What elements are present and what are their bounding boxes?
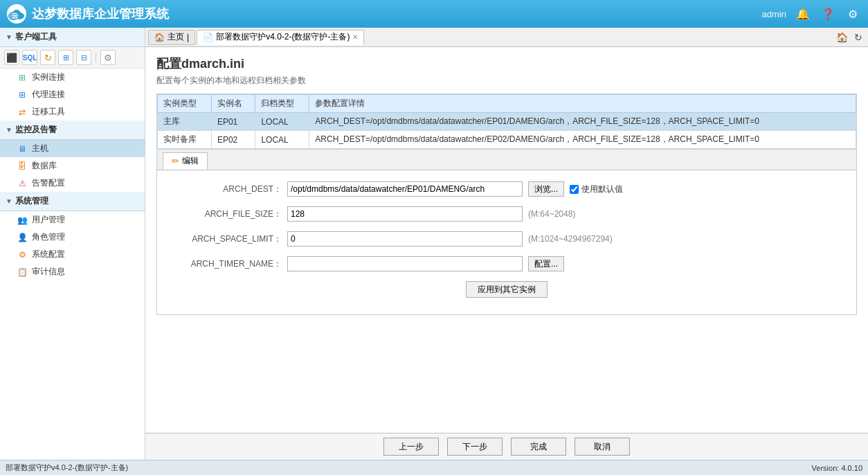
tab-deploy[interactable]: 📄 部署数据守护v4.0-2-(数据守护-主备) ✕ (197, 30, 364, 45)
expand-arrow-client: ▼ (6, 33, 12, 41)
tab-bar-actions: 🏠 ↻ (835, 30, 865, 44)
migrate-icon: ⇄ (17, 107, 28, 118)
cell-arch_type-1: LOCAL (255, 131, 309, 149)
cell-detail-0: ARCH_DEST=/opt/dmdbms/data/datawatcher/E… (309, 113, 856, 131)
statusbar-left: 部署数据守护v4.0-2-(数据守护-主备) (6, 463, 128, 473)
table-section: 实例类型 实例名 归档类型 参数配置详情 主库EP01LOCALARCH_DES… (156, 93, 857, 150)
table-row[interactable]: 实时备库EP02LOCALARCH_DEST=/opt/dmdbms/data/… (158, 131, 856, 149)
deploy-tab-label: 部署数据守护v4.0-2-(数据守护-主备) (216, 31, 350, 43)
sidebar-item-database[interactable]: 🗄 数据库 (0, 157, 145, 174)
arch-timer-name-label: ARCH_TIMER_NAME： (171, 258, 282, 270)
arch-timer-name-input[interactable] (287, 256, 523, 271)
edit-panel-tabs: ✏ 编辑 (157, 150, 856, 170)
arch-space-limit-input[interactable] (287, 231, 523, 247)
finish-btn[interactable]: 完成 (511, 438, 566, 456)
arch-file-size-input[interactable] (287, 206, 523, 222)
apply-to-others-btn[interactable]: 应用到其它实例 (466, 281, 548, 298)
apply-btn-row: 应用到其它实例 (171, 281, 842, 298)
prev-btn[interactable]: 上一步 (383, 438, 439, 456)
arch-space-limit-row: ARCH_SPACE_LIMIT： (M:1024~4294967294) (171, 231, 842, 247)
toolbar-btn-gear[interactable]: ⚙ (100, 50, 116, 65)
table-row[interactable]: 主库EP01LOCALARCH_DEST=/opt/dmdbms/data/da… (158, 113, 856, 131)
sidebar: ▼ 客户端工具 ⬛ SQL ↻ ⊞ ⊟ ⚙ ⊞ (0, 28, 145, 460)
sidebar-item-user-manage[interactable]: 👥 用户管理 (0, 211, 145, 228)
app-logo: 云 (7, 4, 26, 24)
settings-icon[interactable]: ⚙ (844, 6, 861, 22)
arch-timer-name-row: ARCH_TIMER_NAME： 配置... (171, 256, 842, 271)
sidebar-item-instance-connect[interactable]: ⊞ 实例连接 (0, 69, 145, 86)
proxy-connect-icon: ⊞ (17, 89, 28, 100)
tab-refresh-btn[interactable]: ↻ (851, 30, 865, 44)
audit-label: 审计信息 (32, 266, 65, 278)
expand-icon: ⊞ (63, 53, 69, 62)
topbar: 云 达梦数据库企业管理系统 admin 🔔 ❓ ⚙ (0, 0, 868, 28)
toolbar-divider (96, 53, 96, 62)
edit-tab[interactable]: ✏ 编辑 (163, 152, 208, 170)
help-icon[interactable]: ❓ (820, 6, 836, 22)
client-tools-label: 客户端工具 (15, 31, 57, 43)
alert-config-label: 告警配置 (32, 177, 65, 189)
refresh-icon: ↻ (44, 53, 52, 63)
toolbar-btn-expand[interactable]: ⊞ (58, 50, 73, 65)
table-body: 主库EP01LOCALARCH_DEST=/opt/dmdbms/data/da… (158, 113, 856, 149)
arch-dest-browse-btn[interactable]: 浏览... (528, 181, 564, 197)
toolbar-btn-sql[interactable]: SQL (22, 50, 37, 65)
sidebar-section-system[interactable]: ▼ 系统管理 (0, 192, 145, 211)
page-subtitle: 配置每个实例的本地和远程归档相关参数 (156, 75, 857, 87)
topbar-left: 云 达梦数据库企业管理系统 (7, 4, 169, 24)
edit-content: ARCH_DEST： 浏览... 使用默认值 ARCH_FILE_SIZE： (… (157, 170, 856, 314)
toolbar-btn-collapse[interactable]: ⊟ (76, 50, 91, 65)
cell-arch_type-0: LOCAL (255, 113, 309, 131)
arch-space-limit-label: ARCH_SPACE_LIMIT： (171, 233, 282, 245)
cancel-btn[interactable]: 取消 (575, 438, 630, 456)
audit-icon: 📋 (17, 267, 28, 278)
col-arch-type: 归档类型 (255, 95, 309, 113)
role-manage-icon: 👤 (17, 232, 28, 243)
arch-dest-input[interactable] (287, 181, 523, 197)
sidebar-item-migrate[interactable]: ⇄ 迁移工具 (0, 103, 145, 120)
sidebar-item-host[interactable]: 🖥 主机 (0, 140, 145, 157)
sidebar-item-alert-config[interactable]: ⚠ 告警配置 (0, 174, 145, 192)
pencil-icon: ✏ (172, 156, 179, 166)
sidebar-item-proxy-connect[interactable]: ⊞ 代理连接 (0, 86, 145, 103)
arch-timer-config-btn[interactable]: 配置... (528, 256, 564, 271)
cloud-icon: 云 (7, 7, 26, 21)
user-manage-icon: 👥 (17, 215, 28, 226)
use-default-checkbox[interactable] (570, 185, 579, 194)
deploy-tab-close[interactable]: ✕ (352, 33, 358, 41)
sidebar-item-sys-config[interactable]: ⚙ 系统配置 (0, 246, 145, 263)
sidebar-item-audit[interactable]: 📋 审计信息 (0, 263, 145, 280)
arch-dest-label: ARCH_DEST： (171, 183, 282, 195)
tab-home-btn[interactable]: 🏠 (835, 30, 849, 44)
migrate-label: 迁移工具 (32, 106, 65, 118)
app-title: 达梦数据库企业管理系统 (32, 6, 169, 22)
arch-table: 实例类型 实例名 归档类型 参数配置详情 主库EP01LOCALARCH_DES… (157, 94, 856, 149)
collapse-icon: ⊟ (81, 53, 87, 62)
topbar-right: admin 🔔 ❓ ⚙ (762, 6, 861, 22)
toolbar-btn-refresh[interactable]: ↻ (40, 50, 55, 65)
col-name: 实例名 (211, 95, 255, 113)
database-icon: 🗄 (17, 161, 28, 172)
sidebar-item-role-manage[interactable]: 👤 角色管理 (0, 228, 145, 246)
arch-file-size-hint: (M:64~2048) (528, 209, 575, 219)
home-tab-divider: | (187, 33, 189, 42)
toolbar-btn-new[interactable]: ⬛ (4, 50, 19, 65)
arch-file-size-row: ARCH_FILE_SIZE： (M:64~2048) (171, 206, 842, 222)
cell-detail-1: ARCH_DEST=/opt/dmdbms/data/datawatcher/E… (309, 131, 856, 149)
next-btn[interactable]: 下一步 (447, 438, 503, 456)
bell-icon[interactable]: 🔔 (795, 6, 811, 22)
table-head: 实例类型 实例名 归档类型 参数配置详情 (158, 95, 856, 113)
proxy-connect-label: 代理连接 (32, 89, 65, 100)
tab-bar: 🏠 主页 | 📄 部署数据守护v4.0-2-(数据守护-主备) ✕ 🏠 ↻ (145, 28, 868, 47)
tab-home[interactable]: 🏠 主页 | (148, 30, 195, 45)
page-content: 配置dmarch.ini 配置每个实例的本地和远程归档相关参数 实例类型 实例名… (145, 47, 868, 433)
sql-icon: SQL (23, 54, 37, 62)
new-icon: ⬛ (6, 53, 17, 63)
sidebar-section-client-tools[interactable]: ▼ 客户端工具 (0, 28, 145, 47)
use-default-checkbox-label[interactable]: 使用默认值 (570, 183, 623, 195)
host-label: 主机 (32, 143, 48, 154)
edit-panel: ✏ 编辑 ARCH_DEST： 浏览... 使用默认值 (156, 150, 857, 315)
sidebar-section-monitor[interactable]: ▼ 监控及告警 (0, 120, 145, 140)
home-tab-icon: 🏠 (154, 33, 165, 42)
table-wrapper: 实例类型 实例名 归档类型 参数配置详情 主库EP01LOCALARCH_DES… (157, 94, 856, 149)
